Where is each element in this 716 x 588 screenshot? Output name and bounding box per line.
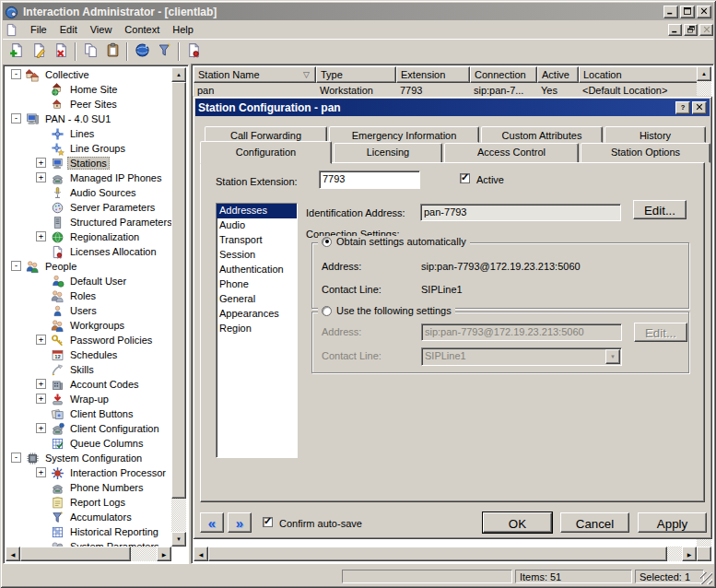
scroll-up-icon[interactable]: ▲ <box>171 67 186 82</box>
tree-item-collective[interactable]: -Collective <box>6 67 171 82</box>
tree-item-accumulators[interactable]: Accumulators <box>6 510 171 524</box>
dialog-help-button[interactable]: ? <box>675 101 690 114</box>
edit-use-address-button[interactable]: Edit... <box>634 323 687 342</box>
close-button[interactable] <box>697 6 711 18</box>
tree-item-phone-numbers[interactable]: Phone Numbers <box>6 480 171 495</box>
ok-button[interactable]: OK <box>483 512 552 533</box>
edit-item-button[interactable] <box>28 41 50 63</box>
confirm-autosave-checkbox[interactable] <box>263 517 273 527</box>
tree-item-interaction-processor[interactable]: +Interaction Processor <box>6 465 171 480</box>
tree-item-client-configuration[interactable]: +Client Configuration <box>6 421 171 436</box>
edit-identification-button[interactable]: Edit... <box>633 200 687 219</box>
expand-icon[interactable]: + <box>36 335 46 345</box>
maximize-button[interactable] <box>680 6 695 18</box>
tree-item-stations[interactable]: +Stations <box>6 156 171 171</box>
expand-icon[interactable]: + <box>36 158 46 168</box>
menu-view[interactable]: View <box>84 22 119 37</box>
use-settings-radio[interactable] <box>322 306 332 316</box>
tree-vertical-scrollbar[interactable]: ▲ ▼ <box>171 67 186 547</box>
tab-configuration[interactable]: Configuration <box>200 141 332 164</box>
minimize-button[interactable] <box>663 6 678 18</box>
menu-context[interactable]: Context <box>118 22 166 37</box>
apply-button[interactable]: Apply <box>638 512 707 533</box>
tree-item-workgroups[interactable]: Workgroups <box>6 318 171 333</box>
collapse-icon[interactable]: - <box>11 113 21 123</box>
tree-item-peer-sites[interactable]: Peer Sites <box>6 97 171 112</box>
section-item-authentication[interactable]: Authentication <box>217 263 297 277</box>
mdi-minimize-button[interactable] <box>668 24 682 36</box>
column-header-location[interactable]: Location <box>579 66 698 83</box>
tab-history[interactable]: History <box>604 126 706 143</box>
expand-icon[interactable]: + <box>36 394 46 404</box>
tree-hscroll-thumb[interactable] <box>20 547 131 561</box>
identification-address-field[interactable]: pan-7793 <box>420 204 621 221</box>
tree-item-pan-4-0-su1[interactable]: -PAN - 4.0 SU1 <box>6 112 171 126</box>
tree-item-wrap-up[interactable]: +Wrap-up <box>6 392 171 406</box>
menu-help[interactable]: Help <box>166 22 200 37</box>
section-item-addresses[interactable]: Addresses <box>217 204 297 218</box>
tree-item-regionalization[interactable]: +Regionalization <box>6 229 171 244</box>
mdi-restore-button[interactable] <box>684 24 698 36</box>
scroll-up-icon[interactable]: ▲ <box>697 66 711 81</box>
next-record-button[interactable]: » <box>228 512 252 533</box>
tree-item-line-groups[interactable]: Line Groups <box>6 141 171 156</box>
obtain-settings-radio[interactable] <box>322 237 332 247</box>
tree-horizontal-scrollbar[interactable]: ◀ ▶ <box>6 547 171 561</box>
delete-item-button[interactable] <box>50 41 72 63</box>
active-checkbox[interactable] <box>460 173 470 183</box>
tab-licensing[interactable]: Licensing <box>334 143 442 163</box>
expand-icon[interactable]: + <box>36 379 46 389</box>
use-address-field[interactable]: sip:pan-7793@172.19.23.213:5060 <box>421 323 622 341</box>
tab-station-options[interactable]: Station Options <box>581 143 710 163</box>
tree-item-audio-sources[interactable]: Audio Sources <box>6 185 171 200</box>
column-header-active[interactable]: Active <box>537 66 579 83</box>
tree-item-people[interactable]: -People <box>6 259 171 274</box>
menu-edit[interactable]: Edit <box>53 22 84 37</box>
chevron-down-icon[interactable]: ▼ <box>605 349 620 364</box>
section-item-transport[interactable]: Transport <box>217 233 297 248</box>
dialog-close-button[interactable] <box>692 101 707 114</box>
tree-item-users[interactable]: Users <box>6 303 171 318</box>
tree-vscroll-thumb[interactable] <box>171 82 186 499</box>
tree-item-default-user[interactable]: Default User <box>6 274 171 288</box>
section-item-region[interactable]: Region <box>217 322 297 336</box>
column-header-type[interactable]: Type <box>316 66 396 83</box>
paste-button[interactable] <box>101 41 123 63</box>
refresh-globe-button[interactable] <box>131 41 153 63</box>
tree-item-skills[interactable]: Skills <box>6 362 171 377</box>
use-contact-line-combobox[interactable]: SIPLine1 ▼ <box>421 347 622 366</box>
tree-item-licenses-allocation[interactable]: Licenses Allocation <box>6 244 171 259</box>
license-doc-button[interactable] <box>182 41 205 63</box>
expand-icon[interactable]: + <box>36 172 46 182</box>
tab-access-control[interactable]: Access Control <box>444 143 579 163</box>
previous-record-button[interactable]: « <box>200 512 224 533</box>
list-horizontal-scrollbar[interactable]: ◀ ▶ <box>194 547 697 561</box>
resize-grip[interactable] <box>700 572 712 584</box>
tree-item-lines[interactable]: Lines <box>6 126 171 141</box>
expand-icon[interactable]: + <box>36 231 46 241</box>
collapse-icon[interactable]: - <box>11 453 21 463</box>
tree-item-client-buttons[interactable]: Client Buttons <box>6 406 171 421</box>
column-header-extension[interactable]: Extension <box>396 66 470 83</box>
collapse-icon[interactable]: - <box>11 69 21 79</box>
tree-item-home-site[interactable]: Home Site <box>6 82 171 97</box>
tree-item-system-configuration[interactable]: -System Configuration <box>6 451 171 465</box>
tree-item-server-parameters[interactable]: Server Parameters <box>6 200 171 215</box>
list-hscroll-thumb[interactable] <box>208 547 667 561</box>
column-header-connection[interactable]: Connection <box>470 66 537 83</box>
section-item-phone[interactable]: Phone <box>217 277 297 292</box>
tree-item-account-codes[interactable]: +Account Codes <box>6 377 171 392</box>
tab-custom-attributes[interactable]: Custom Attributes <box>481 126 603 143</box>
tree-item-password-policies[interactable]: +Password Policies <box>6 333 171 347</box>
tree-item-system-parameters[interactable]: System Parameters <box>6 539 171 547</box>
expand-icon[interactable]: + <box>36 423 46 433</box>
menu-file[interactable]: File <box>24 22 53 37</box>
tree-item-report-logs[interactable]: Report Logs <box>6 495 171 510</box>
scroll-left-icon[interactable]: ◀ <box>6 547 20 561</box>
section-item-appearances[interactable]: Appearances <box>217 307 297 322</box>
tree-item-historical-reporting[interactable]: Historical Reporting <box>6 524 171 539</box>
copy-button[interactable] <box>79 41 101 63</box>
filter-funnel-button[interactable] <box>153 41 175 63</box>
section-item-general[interactable]: General <box>217 292 297 307</box>
new-item-button[interactable] <box>6 41 28 63</box>
